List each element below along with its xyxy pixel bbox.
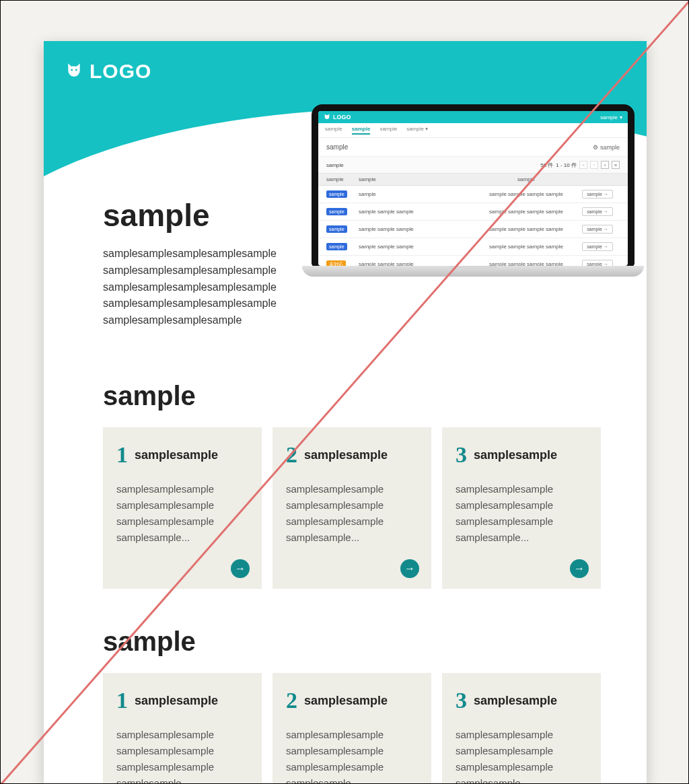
col-2: sample xyxy=(470,176,582,182)
card-body: samplesamplesample samplesamplesample sa… xyxy=(286,727,418,784)
pager-count: 50 件 xyxy=(540,162,553,169)
pager-prev[interactable]: ‹ xyxy=(590,161,598,169)
svg-point-0 xyxy=(71,69,73,71)
laptop-mockup: LOGO sample ▾ sample sample sample sampl… xyxy=(312,104,634,277)
gear-icon: ⚙ xyxy=(593,144,598,151)
row-action-button[interactable]: sample → xyxy=(582,207,613,216)
row-action-button[interactable]: sample → xyxy=(582,260,613,266)
toolbar: sample 50 件 1 - 10 件 « ‹ › » xyxy=(318,157,628,174)
card-arrow-button[interactable]: → xyxy=(231,559,250,578)
cell-text: sample sample sample xyxy=(359,261,470,266)
tab-2[interactable]: sample xyxy=(379,126,397,135)
cell-text: sample sample sample sample xyxy=(470,191,582,197)
page: LOGO sample samplesamplesamplesamplesamp… xyxy=(44,41,647,784)
section-1-heading: sample xyxy=(103,381,601,411)
app-tabs: sample sample sample sample ▾ xyxy=(318,123,628,138)
card-number: 2 xyxy=(286,442,297,468)
laptop-notch xyxy=(449,266,497,270)
tab-1[interactable]: sample xyxy=(352,126,371,135)
section-2-cards: 1samplesamplesamplesamplesample samplesa… xyxy=(103,673,601,784)
table-row: samplesample sample samplesample sample … xyxy=(318,203,628,221)
laptop-base xyxy=(302,266,644,277)
hero-body: samplesamplesamplesamplesample samplesam… xyxy=(103,246,312,329)
card-body: samplesamplesample samplesamplesample sa… xyxy=(456,727,587,784)
card-body: samplesamplesample samplesamplesample sa… xyxy=(456,481,587,546)
table-row: samplesample sample samplesample sample … xyxy=(318,221,628,238)
pager: 50 件 1 - 10 件 « ‹ › » xyxy=(540,161,620,169)
arrow-right-icon: → xyxy=(604,227,608,231)
card-body: samplesamplesample samplesamplesample sa… xyxy=(116,481,248,546)
cell-text: sample sample sample sample xyxy=(470,226,582,232)
cell-text: sample sample sample sample xyxy=(470,261,582,266)
arrow-right-icon: → xyxy=(235,563,246,575)
brand: LOGO xyxy=(65,60,151,83)
cat-icon xyxy=(324,113,330,121)
section-2: sample 1samplesamplesamplesamplesample s… xyxy=(103,627,601,784)
user-menu[interactable]: sample ▾ xyxy=(600,114,622,120)
pager-next[interactable]: › xyxy=(601,161,609,169)
card-body: samplesamplesample samplesamplesample sa… xyxy=(286,481,418,546)
tab-0[interactable]: sample xyxy=(325,126,342,135)
cat-icon xyxy=(65,61,83,81)
status-badge: sample xyxy=(326,243,347,250)
row-action-button[interactable]: sample → xyxy=(582,242,613,251)
status-badge: sample xyxy=(326,225,347,233)
card-arrow-button[interactable]: → xyxy=(400,559,419,578)
pager-first[interactable]: « xyxy=(579,161,587,169)
section-1-cards: 1samplesamplesamplesamplesample samplesa… xyxy=(103,427,601,589)
table-row: 未対応sample sample samplesample sample sam… xyxy=(318,256,628,266)
user-menu-label: sample xyxy=(600,114,618,120)
row-action-button[interactable]: sample → xyxy=(582,225,613,234)
card-number: 1 xyxy=(116,442,128,468)
cell-text: sample sample sample xyxy=(359,244,470,250)
chevron-down-icon: ▾ xyxy=(425,126,428,132)
col-1: sample xyxy=(359,176,470,182)
app-topbar: LOGO sample ▾ xyxy=(318,111,628,123)
arrow-right-icon: → xyxy=(604,192,608,197)
table-row: samplesamplesample sample sample samples… xyxy=(318,186,628,203)
view-titlebar: sample ⚙ sample xyxy=(318,138,628,157)
feature-card: 3samplesamplesamplesamplesample samplesa… xyxy=(442,673,601,784)
feature-card: 3samplesamplesamplesamplesample samplesa… xyxy=(442,427,601,589)
card-arrow-button[interactable]: → xyxy=(570,559,589,578)
settings-label: sample xyxy=(600,144,620,151)
document-frame: LOGO sample samplesamplesamplesamplesamp… xyxy=(0,0,689,784)
table-header: sample sample sample xyxy=(318,174,628,186)
feature-card: 2samplesamplesamplesamplesample samplesa… xyxy=(273,427,431,589)
cell-text: sample sample sample sample xyxy=(470,209,582,215)
table-row: samplesample sample samplesample sample … xyxy=(318,238,628,256)
view-title: sample xyxy=(326,143,348,151)
arrow-right-icon: → xyxy=(604,244,608,249)
laptop-screen: LOGO sample ▾ sample sample sample sampl… xyxy=(318,111,628,266)
cell-text: sample sample sample xyxy=(359,226,470,232)
pager-range: 1 - 10 件 xyxy=(556,162,577,169)
svg-point-1 xyxy=(75,69,77,71)
col-0: sample xyxy=(326,176,359,182)
feature-card: 1samplesamplesamplesamplesample samplesa… xyxy=(103,673,262,784)
card-body: samplesamplesample samplesamplesample sa… xyxy=(116,727,248,784)
chevron-down-icon: ▾ xyxy=(620,114,622,120)
arrow-right-icon: → xyxy=(574,563,585,575)
section-1: sample 1samplesamplesamplesamplesample s… xyxy=(103,381,601,589)
settings-link[interactable]: ⚙ sample xyxy=(593,144,620,151)
status-badge: 未対応 xyxy=(326,260,346,266)
cell-text: sample xyxy=(359,191,470,197)
tab-3[interactable]: sample ▾ xyxy=(406,126,428,135)
arrow-right-icon: → xyxy=(404,563,415,575)
cell-text: sample sample sample sample xyxy=(470,244,582,250)
card-number: 1 xyxy=(116,688,128,713)
row-action-button[interactable]: sample → xyxy=(582,190,613,199)
card-title: samplesample xyxy=(474,694,557,708)
card-title: samplesample xyxy=(304,448,388,462)
arrow-right-icon: → xyxy=(604,209,608,214)
app-brand: LOGO xyxy=(333,114,351,120)
cell-text: sample sample sample xyxy=(359,209,470,215)
status-badge: sample xyxy=(326,190,347,198)
brand-name: LOGO xyxy=(89,60,151,83)
pager-last[interactable]: » xyxy=(612,161,620,169)
feature-card: 2samplesamplesamplesamplesample samplesa… xyxy=(273,673,431,784)
card-number: 2 xyxy=(286,688,297,713)
status-badge: sample xyxy=(326,208,347,215)
table-body: samplesamplesample sample sample samples… xyxy=(318,186,628,266)
card-title: samplesample xyxy=(304,694,388,708)
